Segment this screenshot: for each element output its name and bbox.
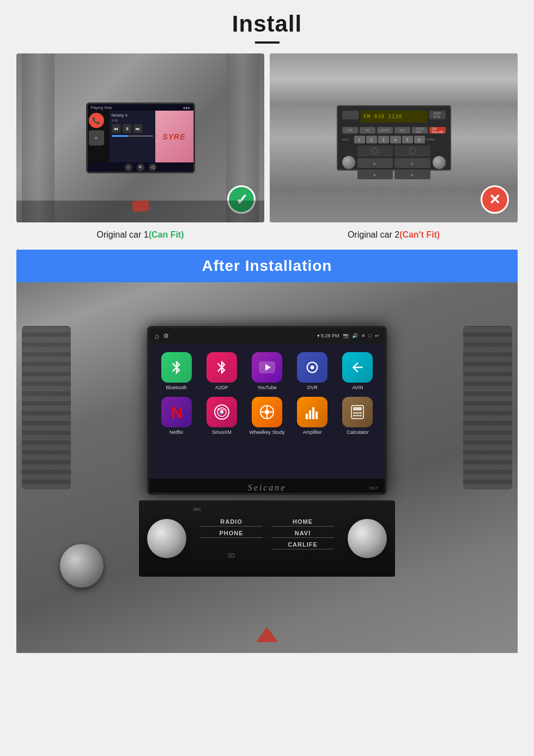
calculator-icon-img [342, 397, 373, 427]
home-icon: ⌂ [155, 332, 159, 340]
avin-icon-img [342, 352, 373, 383]
svg-point-3 [311, 366, 314, 370]
car2-caption: Original car 2(Can't Fit) [270, 230, 518, 240]
amplifier-icon-img [297, 397, 327, 427]
bluetooth-icon-img [161, 352, 192, 383]
app-grid: Bluetooth A2DP [155, 350, 379, 437]
dvr-icon-img [297, 352, 327, 383]
svg-rect-18 [312, 407, 314, 419]
radio-btn-label[interactable]: RADIO [200, 518, 263, 527]
page-title: Install [16, 11, 518, 37]
app-siriusxm[interactable]: Sirius XM SiriusXM [202, 397, 241, 435]
home-btn-label[interactable]: HOME [271, 518, 334, 527]
big-headunit: ⌂ ⚙ ▾ 5:28 PM 📷 🔊 ✕ □ ↩ [147, 326, 387, 495]
bluetooth-label: Bluetooth [166, 385, 187, 390]
svg-rect-17 [309, 410, 311, 419]
netflix-label: Netflix [169, 430, 183, 435]
vent-right [463, 326, 512, 489]
dvr-label: DVR [307, 385, 318, 390]
left-dash-knob[interactable] [60, 544, 104, 588]
car2-image: FM 039 1130 DISPBTN TRK CD RADIO AUX SCA… [270, 53, 518, 222]
mic-label: MIC [193, 507, 202, 512]
netflix-icon-img: N [161, 397, 192, 427]
physical-controls: RADIO HOME PHONE NAVI CARLIFE [139, 500, 395, 577]
car2-label: Original car 2 [348, 230, 399, 239]
rst-label: RST [369, 486, 378, 491]
screen-status-bar-top: ⌂ ⚙ ▾ 5:28 PM 📷 🔊 ✕ □ ↩ [149, 328, 385, 343]
app-bluetooth[interactable]: Bluetooth [157, 352, 196, 390]
siriusxm-label: SiriusXM [212, 430, 232, 435]
svg-text:XM: XM [218, 412, 222, 415]
vent-left [22, 326, 71, 489]
install-captions: Original car 1(Can Fit) Original car 2(C… [16, 230, 518, 240]
brand-name: Seicane [248, 483, 287, 493]
app-amplifier[interactable]: Amplifier [293, 397, 332, 435]
svg-rect-27 [359, 415, 362, 416]
app-avin[interactable]: AVIN [338, 352, 377, 390]
app-wheelkey[interactable]: Wheelkey Study [247, 397, 286, 435]
calculator-label: Calculator [347, 430, 369, 435]
car1-label: Original car 1 [96, 230, 148, 239]
title-section: Install [16, 11, 518, 44]
app-a2dp[interactable]: A2DP [202, 352, 241, 390]
screen-status-bar: Playing Now ●●● [88, 104, 193, 111]
car1-status: (Can Fit) [149, 230, 184, 239]
seicane-bar: Seicane RST [149, 479, 385, 495]
app-netflix[interactable]: N Netflix [157, 397, 196, 435]
svg-rect-21 [353, 407, 362, 410]
left-knob[interactable] [147, 519, 186, 558]
settings-icon: ⚙ [163, 332, 169, 340]
title-underline [255, 41, 280, 44]
youtube-label: YouTube [257, 385, 276, 390]
app-calculator[interactable]: Calculator [338, 397, 377, 435]
hazard-area [256, 627, 278, 642]
sd-label: SD [200, 553, 263, 559]
app-youtube[interactable]: YouTube [247, 352, 286, 390]
car1-image: Playing Now ●●● 📞 ≡ Ninety # 1:45 ⏮ [16, 53, 264, 222]
svg-rect-16 [306, 414, 308, 419]
after-banner: After Installation [16, 250, 518, 282]
svg-rect-24 [359, 412, 362, 414]
after-install-image: ⌂ ⚙ ▾ 5:28 PM 📷 🔊 ✕ □ ↩ [16, 282, 518, 653]
x-badge: ✕ [481, 185, 509, 214]
old-radio: FM 039 1130 DISPBTN TRK CD RADIO AUX SCA… [337, 105, 451, 171]
car1-screen: Playing Now ●●● 📞 ≡ Ninety # 1:45 ⏮ [86, 102, 195, 173]
wheelkey-icon-img [252, 397, 282, 427]
svg-rect-23 [356, 412, 359, 414]
install-row: Playing Now ●●● 📞 ≡ Ninety # 1:45 ⏮ [16, 53, 518, 222]
center-buttons: RADIO HOME PHONE NAVI CARLIFE [195, 518, 339, 559]
car1-caption: Original car 1(Can Fit) [16, 230, 264, 240]
right-knob[interactable] [348, 519, 387, 558]
svg-rect-19 [315, 412, 318, 419]
siriusxm-icon-img: Sirius XM [207, 397, 237, 427]
amplifier-label: Amplifier [303, 430, 322, 435]
svg-rect-25 [353, 415, 356, 416]
youtube-icon-img [252, 352, 282, 383]
page-wrapper: Install Playing Now ●●● 📞 [0, 0, 534, 669]
svg-point-11 [265, 410, 269, 414]
svg-text:N: N [171, 403, 183, 421]
car2-status: (Can't Fit) [399, 230, 440, 239]
top-icons-left: ⌂ ⚙ [155, 332, 169, 340]
after-banner-text: After Installation [202, 257, 332, 274]
phone-btn-label[interactable]: PHONE [200, 530, 263, 538]
screen-content-area: Bluetooth A2DP [149, 343, 385, 479]
app-dvr[interactable]: DVR [293, 352, 332, 390]
a2dp-icon-img [207, 352, 237, 383]
a2dp-label: A2DP [215, 385, 228, 390]
carlife-btn-label[interactable]: CARLIFE [271, 541, 334, 549]
avin-label: AVIN [352, 385, 363, 390]
wheelkey-label: Wheelkey Study [249, 430, 284, 435]
screen-controls: ⌂ ✕ ◁ [88, 162, 193, 172]
svg-rect-26 [356, 415, 359, 416]
svg-text:Sirius: Sirius [217, 408, 225, 411]
navi-btn-label[interactable]: NAVI [271, 530, 334, 538]
svg-rect-22 [353, 412, 356, 414]
